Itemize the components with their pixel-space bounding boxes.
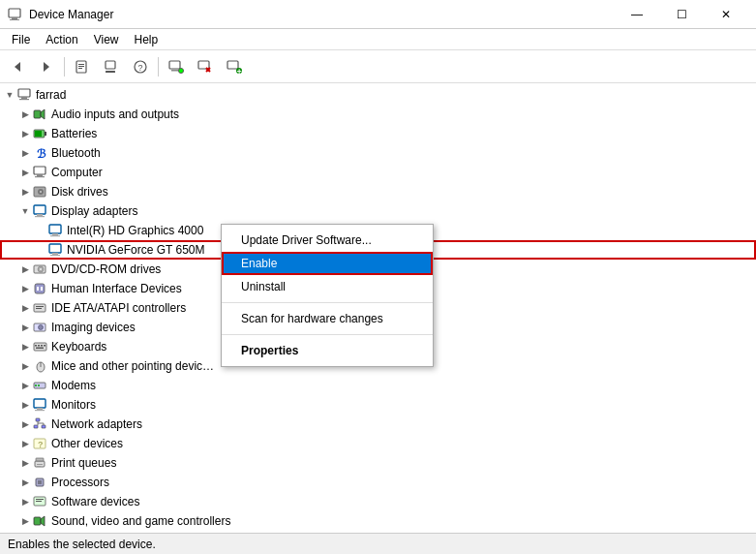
tree-node-batteries[interactable]: ▶ Batteries (0, 124, 756, 143)
ide-label: IDE ATA/ATAPI controllers (51, 301, 186, 315)
dvd-icon (33, 262, 48, 277)
svg-marker-26 (41, 109, 45, 119)
computer-label: Computer (51, 166, 103, 179)
tree-node-monitors[interactable]: ▶ Monitors (0, 395, 756, 415)
svg-rect-74 (42, 425, 45, 428)
tree-node-print[interactable]: ▶ Print queues (0, 453, 756, 473)
bluetooth-label: Bluetooth (51, 146, 101, 160)
menu-help[interactable]: Help (127, 31, 166, 48)
imaging-label: Imaging devices (51, 321, 136, 334)
svg-rect-43 (49, 244, 61, 253)
svg-rect-6 (78, 64, 84, 65)
svg-rect-85 (38, 480, 42, 484)
root-label: farrad (36, 88, 66, 102)
monitors-label: Monitors (51, 398, 96, 412)
toolbar-separator-2 (158, 57, 159, 77)
tree-node-audio[interactable]: ▶ Audio inputs and outputs (0, 105, 756, 124)
ctx-update[interactable]: Update Driver Software... (222, 229, 433, 252)
computer-node-icon (33, 165, 48, 180)
nvidia-label: NVIDIA GeForce GT 650M (67, 243, 205, 257)
toolbar-properties[interactable] (69, 54, 96, 79)
software-icon (33, 494, 48, 509)
network-expand-icon: ▶ (17, 416, 33, 432)
disk-expand-icon: ▶ (17, 184, 33, 200)
toolbar-uninstall[interactable] (192, 54, 219, 79)
minimize-button[interactable]: — (615, 0, 659, 29)
display-icon (33, 203, 48, 219)
tree-node-computer[interactable]: ▶ Computer (0, 163, 756, 182)
svg-text:ℬ: ℬ (37, 147, 46, 160)
mice-label: Mice and other pointing devic… (51, 359, 214, 373)
ctx-enable[interactable]: Enable (222, 252, 433, 275)
sound-label: Sound, video and game controllers (51, 514, 230, 528)
intel-label: Intel(R) HD Graphics 4000 (67, 224, 203, 237)
svg-rect-2 (10, 19, 19, 20)
svg-rect-38 (37, 214, 43, 216)
tree-node-modems[interactable]: ▶ Modems (0, 376, 756, 395)
batteries-label: Batteries (51, 127, 97, 140)
tree-node-storage[interactable]: ▶ Storage controllers (0, 531, 756, 533)
help-icon: ? (133, 59, 148, 75)
svg-rect-50 (37, 287, 39, 291)
imaging-icon (33, 320, 48, 335)
tree-node-other[interactable]: ▶ ? Other devices (0, 434, 756, 453)
svg-rect-32 (37, 174, 43, 176)
tree-node-display[interactable]: ▼ Display adapters (0, 201, 756, 221)
mouse-icon (33, 358, 48, 374)
svg-point-48 (40, 268, 42, 270)
main-content: ▼ farrad ▶ Audio inputs and outputs (0, 83, 756, 533)
imaging-expand-icon: ▶ (17, 320, 33, 335)
svg-text:?: ? (38, 440, 44, 449)
svg-rect-10 (106, 71, 115, 73)
menu-action[interactable]: Action (38, 31, 85, 48)
menu-view[interactable]: View (86, 31, 127, 48)
svg-rect-87 (36, 499, 44, 500)
toolbar-add[interactable]: + (221, 54, 248, 79)
toolbar-forward[interactable] (33, 54, 60, 79)
tree-node-software[interactable]: ▶ Software devices (0, 492, 756, 511)
svg-rect-13 (169, 61, 180, 69)
other-expand-icon: ▶ (17, 436, 33, 451)
svg-point-56 (39, 325, 44, 330)
tree-node-processors[interactable]: ▶ Processors (0, 473, 756, 492)
app-icon (8, 7, 23, 22)
ctx-scan[interactable]: Scan for hardware changes (222, 307, 433, 330)
intel-expand-icon (33, 223, 48, 238)
printer-icon (33, 455, 48, 471)
audio-icon (33, 107, 48, 122)
device-tree[interactable]: ▼ farrad ▶ Audio inputs and outputs (0, 83, 756, 533)
svg-rect-41 (52, 233, 58, 235)
svg-rect-24 (19, 99, 29, 100)
ctx-uninstall[interactable]: Uninstall (222, 275, 433, 298)
tree-node-sound[interactable]: ▶ Sound, video and game controllers (0, 511, 756, 531)
window-title: Device Manager (29, 8, 113, 21)
toolbar-back[interactable] (4, 54, 31, 79)
menu-file[interactable]: File (4, 31, 38, 48)
toolbar-scan[interactable] (163, 54, 190, 79)
svg-rect-31 (34, 167, 45, 174)
svg-rect-33 (35, 176, 45, 177)
svg-rect-81 (36, 458, 44, 461)
close-button[interactable]: ✕ (704, 0, 748, 29)
svg-rect-45 (50, 255, 60, 256)
tree-node-network[interactable]: ▶ Network adapters (0, 415, 756, 434)
toolbar-update[interactable] (98, 54, 125, 79)
tree-node-diskdrives[interactable]: ▶ Disk drives (0, 182, 756, 201)
tree-node-bluetooth[interactable]: ▶ ℬ Bluetooth (0, 143, 756, 163)
svg-rect-23 (21, 97, 27, 99)
uninstall-icon (197, 59, 213, 75)
svg-rect-82 (37, 464, 43, 465)
other-label: Other devices (51, 437, 123, 450)
tree-root[interactable]: ▼ farrad (0, 85, 756, 105)
modem-icon (33, 378, 48, 393)
svg-rect-22 (18, 89, 30, 97)
toolbar: ? + (0, 50, 756, 83)
mice-expand-icon: ▶ (17, 358, 33, 374)
toolbar-help[interactable]: ? (127, 54, 154, 79)
ctx-properties[interactable]: Properties (222, 339, 433, 362)
maximize-button[interactable]: ☐ (659, 0, 704, 29)
modems-expand-icon: ▶ (17, 378, 33, 393)
svg-rect-0 (9, 9, 20, 17)
svg-text:?: ? (138, 63, 143, 73)
ctx-sep-2 (222, 334, 433, 335)
